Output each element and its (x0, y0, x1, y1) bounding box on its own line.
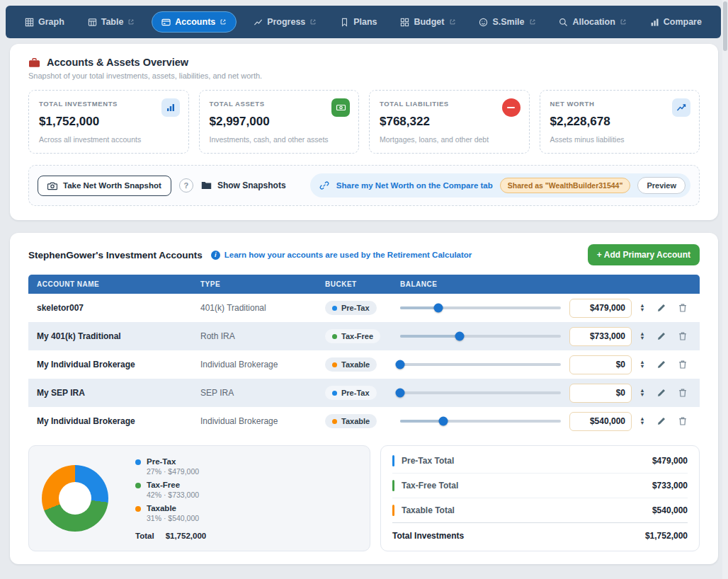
pencil-icon (656, 360, 666, 369)
tab-compare[interactable]: Compare (644, 12, 708, 32)
show-snapshots-button[interactable]: Show Snapshots (201, 180, 286, 190)
delete-account-button[interactable] (674, 388, 691, 398)
balance-input[interactable] (569, 355, 632, 374)
tab-label: Graph (38, 17, 64, 27)
balance-stepper[interactable]: ▲▼ (636, 417, 649, 425)
total-value: $733,000 (652, 481, 688, 491)
take-snapshot-button[interactable]: Take Net Worth Snapshot (38, 176, 171, 196)
add-primary-account-button[interactable]: + Add Primary Account (588, 244, 700, 265)
slider-track (400, 335, 561, 338)
trash-icon (678, 303, 688, 313)
delete-account-button[interactable] (674, 331, 691, 341)
tab-table[interactable]: Table (81, 12, 142, 32)
legend-dot (135, 459, 141, 465)
balance-slider[interactable] (400, 386, 561, 399)
balance-stepper[interactable]: ▲▼ (636, 360, 649, 369)
balance-stepper[interactable]: ▲▼ (636, 304, 649, 312)
balance-slider[interactable] (400, 415, 561, 428)
edit-account-button[interactable] (653, 360, 670, 369)
slider-thumb[interactable] (439, 417, 448, 426)
tab-label: Accounts (175, 17, 215, 27)
card-icon (161, 18, 171, 27)
delete-account-button[interactable] (674, 360, 691, 369)
legend-item: Pre-Tax 27% · $479,000 (135, 457, 206, 476)
step-down-icon[interactable]: ▼ (639, 336, 644, 340)
share-label[interactable]: Share my Net Worth on the Compare tab (336, 181, 493, 190)
slider-thumb[interactable] (396, 389, 405, 398)
tab-ssmile[interactable]: S.Smile (472, 12, 542, 32)
external-link-icon (220, 18, 227, 25)
bucket-badge: Taxable (325, 357, 377, 372)
totals-panel: Pre-Tax Total $479,000 Tax-Free Total $7… (380, 445, 700, 551)
tab-budget[interactable]: Budget (394, 12, 462, 32)
bar-chart-icon (161, 98, 180, 117)
balance-input[interactable] (569, 412, 632, 431)
learn-link-label: Learn how your accounts are used by the … (224, 251, 472, 259)
edit-account-button[interactable] (653, 388, 670, 398)
tab-graph[interactable]: Graph (18, 12, 71, 32)
slider-thumb[interactable] (434, 304, 443, 313)
account-name: My SEP IRA (37, 388, 196, 398)
stat-label: TOTAL LIABILITIES (380, 100, 519, 108)
balance-slider[interactable] (400, 302, 561, 314)
shared-as-badge: Shared as "WealthBuilder31544" (500, 178, 631, 193)
bucket-dot (332, 306, 337, 311)
legend-label: Pre-Tax (147, 457, 199, 466)
slider-thumb[interactable] (455, 332, 464, 341)
col-bucket: BUCKET (325, 280, 396, 288)
edit-account-button[interactable] (653, 331, 670, 341)
bucket-dot (332, 334, 337, 339)
balance-input[interactable] (569, 327, 632, 346)
slider-thumb[interactable] (396, 360, 405, 369)
edit-account-button[interactable] (653, 416, 670, 426)
learn-link[interactable]: i Learn how your accounts are used by th… (211, 251, 472, 260)
step-down-icon[interactable]: ▼ (639, 308, 644, 312)
tab-plans[interactable]: Plans (334, 12, 383, 32)
folder-icon (201, 181, 212, 190)
preview-button[interactable]: Preview (637, 177, 686, 194)
cash-icon (331, 98, 350, 117)
balance-input[interactable] (569, 299, 632, 318)
link-icon (319, 180, 329, 190)
trash-icon (678, 416, 688, 426)
edit-account-button[interactable] (653, 303, 670, 313)
delete-account-button[interactable] (674, 303, 691, 313)
bookmark-icon (340, 18, 349, 27)
stat-value: $1,752,000 (39, 115, 178, 129)
smile-icon (479, 18, 488, 27)
tab-allocation[interactable]: Allocation (552, 12, 632, 32)
step-down-icon[interactable]: ▼ (639, 365, 644, 369)
balance-input[interactable] (569, 384, 632, 403)
tab-label: Plans (353, 17, 377, 27)
total-label: Taxable Total (402, 505, 455, 515)
balance-stepper[interactable]: ▲▼ (636, 389, 649, 397)
balance-slider[interactable] (400, 330, 561, 343)
help-button[interactable]: ? (179, 178, 193, 193)
grand-total-label: Total Investments (392, 531, 464, 541)
tab-progress[interactable]: Progress (247, 12, 323, 32)
slider-track (400, 306, 561, 309)
total-investments-row: Total Investments $1,752,000 (392, 522, 688, 548)
scrollbar-track[interactable] (722, 0, 728, 579)
tab-label: Budget (414, 17, 444, 27)
step-down-icon[interactable]: ▼ (639, 393, 644, 397)
snapshot-action-row: Take Net Worth Snapshot ? Show Snapshots… (28, 165, 700, 206)
external-link-icon (449, 18, 456, 25)
minus-circle-icon (502, 98, 521, 117)
external-link-icon (620, 18, 627, 25)
scrollbar-thumb[interactable] (723, 1, 727, 51)
account-name: My Individual Brokerage (37, 360, 196, 369)
tab-accounts[interactable]: Accounts (152, 11, 237, 33)
balance-stepper[interactable]: ▲▼ (636, 332, 649, 340)
bucket-dot (332, 391, 337, 396)
page-subtitle: Snapshot of your total investments, asse… (28, 71, 700, 80)
balance-slider[interactable] (400, 358, 561, 371)
delete-account-button[interactable] (674, 416, 691, 426)
account-type: Individual Brokerage (200, 416, 321, 426)
step-down-icon[interactable]: ▼ (639, 421, 644, 425)
stat-value: $768,322 (380, 115, 519, 129)
stat-cards: TOTAL INVESTMENTS $1,752,000 Across all … (28, 90, 700, 154)
bucket-label: Tax-Free (341, 332, 373, 340)
total-value: $540,000 (652, 505, 688, 515)
investment-accounts-card: StephenGower's Investment Accounts i Lea… (10, 233, 718, 564)
